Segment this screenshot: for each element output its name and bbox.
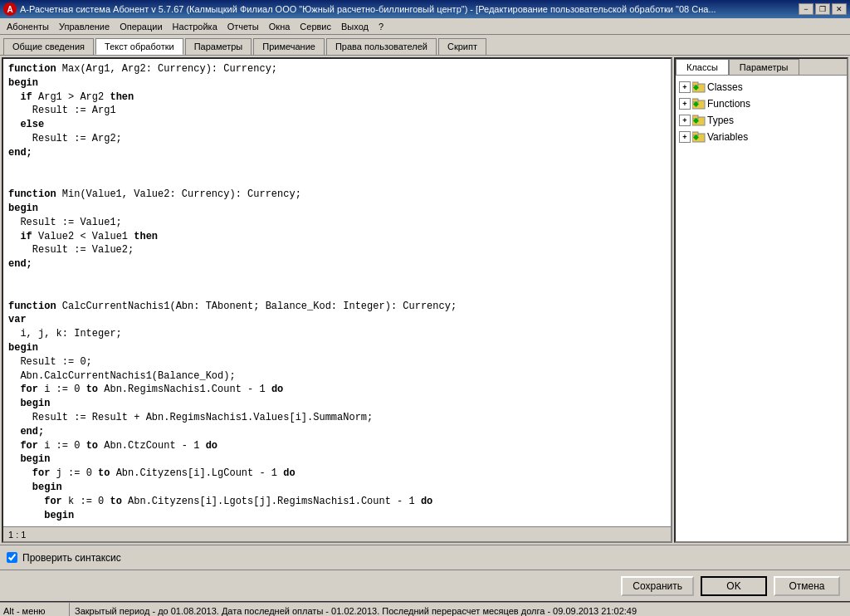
svg-rect-10 xyxy=(692,132,698,135)
cursor-position: 1 : 1 xyxy=(8,530,26,540)
editor-status: 1 : 1 xyxy=(3,526,671,541)
restore-button[interactable]: ❐ xyxy=(815,3,830,15)
right-panel-tabs: Классы Параметры xyxy=(676,59,847,76)
tree-label-functions: Functions xyxy=(707,98,750,110)
editor-panel: function Max(Arg1, Arg2: Currency): Curr… xyxy=(2,57,672,543)
menu-otchety[interactable]: Отчеты xyxy=(222,20,264,33)
tree-expand-functions[interactable]: + xyxy=(679,98,691,110)
syntax-check-checkbox[interactable] xyxy=(7,552,17,563)
window-controls: − ❐ ✕ xyxy=(799,3,847,15)
tree-label-classes: Classes xyxy=(707,81,743,93)
save-button[interactable]: Сохранить xyxy=(621,576,694,596)
tree-expand-types[interactable]: + xyxy=(679,115,691,126)
syntax-check-label[interactable]: Проверить синтаксис xyxy=(22,552,121,564)
classes-folder-icon xyxy=(692,81,706,94)
tree-item-types[interactable]: + Types xyxy=(679,112,843,129)
app-icon: A xyxy=(3,2,17,16)
svg-rect-1 xyxy=(692,82,698,86)
tab-primechanie[interactable]: Примечание xyxy=(253,38,325,55)
ok-button[interactable]: OK xyxy=(701,576,767,596)
tree-label-types: Types xyxy=(707,115,734,126)
close-button[interactable]: ✕ xyxy=(832,3,847,15)
types-folder-icon xyxy=(692,114,706,127)
menu-operacii[interactable]: Операции xyxy=(115,20,167,33)
status-message: Закрытый период - до 01.08.2013. Дата по… xyxy=(75,606,637,616)
right-tab-klassy[interactable]: Классы xyxy=(676,59,729,75)
status-left: Alt - меню xyxy=(3,603,70,616)
functions-folder-icon xyxy=(692,97,706,110)
menu-upravlenie[interactable]: Управление xyxy=(54,20,115,33)
minimize-button[interactable]: − xyxy=(799,3,813,15)
menu-nastrojka[interactable]: Настройка xyxy=(168,20,222,33)
status-right: Закрытый период - до 01.08.2013. Дата по… xyxy=(70,606,847,616)
tree-view: + Classes + xyxy=(676,76,847,541)
tree-expand-variables[interactable]: + xyxy=(679,131,691,143)
tree-item-functions[interactable]: + Functions xyxy=(679,95,843,112)
tree-item-classes[interactable]: + Classes xyxy=(679,79,843,95)
menu-abonenty[interactable]: Абоненты xyxy=(2,20,54,33)
main-content: function Max(Arg1, Arg2: Currency): Curr… xyxy=(0,55,850,545)
tree-label-variables: Variables xyxy=(707,131,748,143)
checkbox-bar: Проверить синтаксис xyxy=(0,545,850,570)
right-tab-parametry[interactable]: Параметры xyxy=(729,59,799,75)
menu-okna[interactable]: Окна xyxy=(264,20,296,33)
code-editor[interactable]: function Max(Arg1, Arg2: Currency): Curr… xyxy=(3,59,671,526)
svg-rect-4 xyxy=(692,99,698,102)
svg-rect-7 xyxy=(692,115,698,119)
menu-bar: Абоненты Управление Операции Настройка О… xyxy=(0,18,850,35)
menu-help[interactable]: ? xyxy=(374,20,388,33)
button-bar: Сохранить OK Отмена xyxy=(0,570,850,601)
menu-vyhod[interactable]: Выход xyxy=(336,20,374,33)
variables-folder-icon xyxy=(692,130,706,144)
tree-item-variables[interactable]: + Variables xyxy=(679,129,843,145)
right-panel: Классы Параметры + Classes + xyxy=(674,57,848,543)
title-bar: A А-Расчетная система Абонент v 5.7.67 (… xyxy=(0,0,850,18)
status-alt-menu: Alt - меню xyxy=(3,606,46,616)
menu-servis[interactable]: Сервис xyxy=(295,20,336,33)
tab-parametry[interactable]: Параметры xyxy=(185,38,252,55)
cancel-button[interactable]: Отмена xyxy=(774,576,840,596)
tree-expand-classes[interactable]: + xyxy=(679,81,691,93)
tab-tekst-obrabotki[interactable]: Текст обработки xyxy=(95,38,183,55)
window-title: А-Расчетная система Абонент v 5.7.67 (Ка… xyxy=(20,4,716,14)
status-bar: Alt - меню Закрытый период - до 01.08.20… xyxy=(0,601,850,616)
tab-prava-polzovatelej[interactable]: Права пользователей xyxy=(326,38,437,55)
tab-bar: Общие сведения Текст обработки Параметры… xyxy=(0,35,850,55)
tab-obshie-svedeniya[interactable]: Общие сведения xyxy=(3,38,94,55)
tab-skript[interactable]: Скрипт xyxy=(438,38,486,55)
